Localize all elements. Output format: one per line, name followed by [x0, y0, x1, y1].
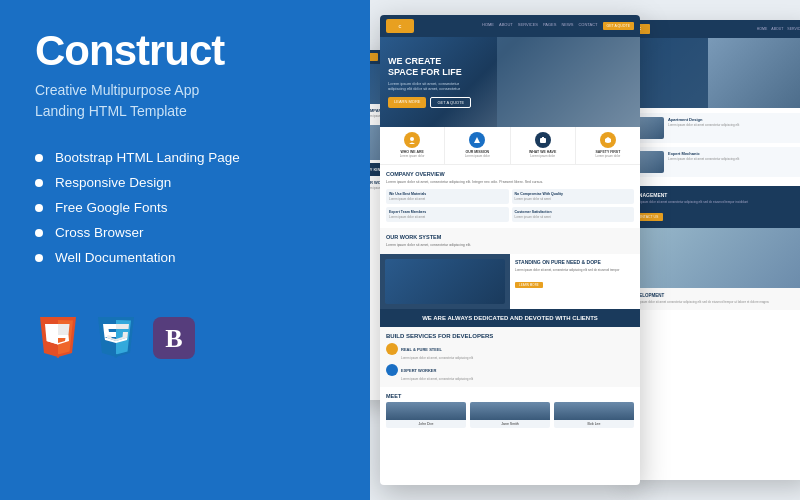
brand-subtitle: Creative Multipurpose App Landing HTML T… [35, 80, 335, 122]
mp-icon-circle-safety [600, 132, 616, 148]
mp-icon-safety: SAFETY FIRST Lorem ipsum dolor [576, 127, 640, 164]
mp-build-service-2: EXPERT WORKER [401, 368, 436, 373]
mp-overview-card: No Compromise With Quality Lorem ipsum d… [512, 189, 635, 204]
mp-hero-text: WE CREATESPACE FOR LIFE Lorem ipsum dolo… [388, 56, 471, 108]
mp-logo-text: C [399, 24, 402, 29]
mp-split-left-img [380, 254, 510, 309]
features-list: Bootstrap HTML Landing Page Responsive D… [35, 150, 335, 275]
mp-overview-card: We Use Best Materials Lorem ipsum dolor … [386, 189, 509, 204]
mp-icon-circle-who [404, 132, 420, 148]
mp-hero-title: WE CREATESPACE FOR LIFE [388, 56, 471, 78]
svg-text:B: B [165, 324, 182, 353]
mp-icon-mission: OUR MISSION Lorem ipsum dolor [445, 127, 510, 164]
list-item: Cross Browser [35, 225, 335, 240]
rp-card-text: Lorem ipsum dolor sit amet consectetur a… [668, 123, 739, 127]
list-item: Free Google Fonts [35, 200, 335, 215]
mp-build-service-1: REAL & PURE STEEL [401, 347, 442, 352]
mp-hero-btns: LEARN MORE GET A QUOTE [388, 97, 471, 108]
mp-team-card: John Doe [386, 402, 466, 428]
svg-marker-16 [474, 137, 480, 143]
rp-card-text-2: Lorem ipsum dolor sit amet consectetur a… [668, 157, 739, 161]
lp-logo [370, 53, 378, 61]
svg-marker-9 [116, 324, 129, 329]
rp-card-content: Expert Mechanic Lorem ipsum dolor sit am… [668, 151, 739, 161]
rp-nav-link: ABOUT [771, 27, 783, 31]
mp-team-photo [470, 402, 550, 420]
rp-navbar: C HOME ABOUT SERVICES [625, 20, 800, 38]
mp-split-right-content: STANDING ON PURE NEED & DOPE Lorem ipsum… [510, 254, 640, 309]
rp-nav-link: SERVICES [787, 27, 800, 31]
mp-overview-card: Expert Team Members Lorem ipsum dolor si… [386, 207, 509, 222]
mp-meet-title: MEET [386, 393, 634, 399]
rp-card-content: Apartment Design Lorem ipsum dolor sit a… [668, 117, 739, 127]
rp-nav-link: HOME [757, 27, 768, 31]
mp-build-item: REAL & PURE STEEL [386, 343, 634, 355]
rp-hero-img [708, 38, 800, 108]
rp-card-title: Apartment Design [668, 117, 739, 122]
rp-hero [625, 38, 800, 108]
mp-nav-link: SERVICES [518, 22, 538, 30]
preview-right: C HOME ABOUT SERVICES Apartment Design L… [625, 20, 800, 480]
bootstrap-badge: B [151, 315, 197, 361]
mp-hero-desc: Lorem ipsum dolor sit amet, consectetura… [388, 81, 471, 92]
mp-meet-section: MEET John Doe Jane Smith Bob Lee [380, 387, 640, 434]
bullet-icon [35, 229, 43, 237]
bullet-icon [35, 204, 43, 212]
mp-icon-desc-have: Lorem ipsum dolor [513, 155, 573, 159]
mp-team-photo [554, 402, 634, 420]
rp-blue-text: Lorem ipsum dolor sit amet consectetur a… [631, 200, 800, 204]
mp-icon-have: WHAT WE HAVE Lorem ipsum dolor [511, 127, 576, 164]
css3-badge: 3 [93, 315, 139, 361]
mp-team-name: Bob Lee [554, 420, 634, 428]
rp-card: Expert Mechanic Lorem ipsum dolor sit am… [630, 147, 800, 177]
mp-split-text: Lorem ipsum dolor sit amet, consectetur … [515, 268, 635, 272]
mp-nav-link: NEWS [561, 22, 573, 30]
mp-split-title: STANDING ON PURE NEED & DOPE [515, 259, 635, 266]
mp-work-system: OUR WORK SYSTEM Lorem ipsum dolor sit am… [380, 228, 640, 254]
mp-team-name: Jane Smith [470, 420, 550, 428]
mp-build-services: BUILD SERVICES FOR DEVELOPERS REAL & PUR… [380, 327, 640, 387]
mp-icon-circle-mission [469, 132, 485, 148]
mp-work-system-text: Lorem ipsum dolor sit amet, consectetur … [386, 243, 634, 248]
mp-dedicated-text: We Are Always Dedicated And Devoted With… [386, 315, 634, 321]
rp-footer-section: DEVELOPMENT Lorem ipsum dolor sit amet c… [625, 288, 800, 310]
mp-hero: WE CREATESPACE FOR LIFE Lorem ipsum dolo… [380, 37, 640, 127]
mp-team-card: Jane Smith [470, 402, 550, 428]
mp-icon-who: WHO WE ARE Lorem ipsum dolor [380, 127, 445, 164]
list-item: Well Documentation [35, 250, 335, 265]
mp-navbar: C HOME ABOUT SERVICES PAGES NEWS CONTACT… [380, 15, 640, 37]
rp-blue-title: MANAGEMENT [631, 192, 800, 198]
mp-nav-links: HOME ABOUT SERVICES PAGES NEWS CONTACT G… [482, 22, 634, 30]
mp-quote-btn: GET A QUOTE [603, 22, 634, 30]
mp-logo: C [386, 19, 414, 33]
brand-title: Construct [35, 30, 335, 72]
svg-text:5: 5 [57, 353, 60, 359]
left-panel: Construct Creative Multipurpose App Land… [0, 0, 370, 500]
mp-team-name: John Doe [386, 420, 466, 428]
right-panel: COMPANY OVERVIEW Lorem ipsum dolor sit a… [370, 0, 800, 500]
mp-split-btn: LEARN MORE [515, 282, 543, 288]
svg-marker-3 [58, 324, 70, 335]
mp-icon-circle-have [535, 132, 551, 148]
mp-icon-desc-mission: Lorem ipsum dolor [447, 155, 507, 159]
rp-footer-text: Lorem ipsum dolor sit amet consectetur a… [630, 300, 800, 305]
mp-icon-desc-safety: Lorem ipsum dolor [578, 155, 638, 159]
svg-text:3: 3 [115, 353, 118, 359]
mp-build-service-1-text: Lorem ipsum dolor sit amet, consectetur … [401, 356, 634, 360]
mp-build-title: BUILD SERVICES FOR DEVELOPERS [386, 333, 634, 339]
mp-nav-link: CONTACT [578, 22, 597, 30]
mp-team-photo [386, 402, 466, 420]
html5-badge: 5 [35, 315, 81, 361]
rp-blue-section: MANAGEMENT Lorem ipsum dolor sit amet co… [625, 186, 800, 228]
rp-card: Apartment Design Lorem ipsum dolor sit a… [630, 113, 800, 143]
mp-hero-overlay [497, 37, 640, 127]
list-item: Bootstrap HTML Landing Page [35, 150, 335, 165]
mp-build-item-2: EXPERT WORKER [386, 364, 634, 376]
mp-icons-row: WHO WE ARE Lorem ipsum dolor OUR MISSION… [380, 127, 640, 165]
bullet-icon [35, 254, 43, 262]
tech-badges: 5 3 B [35, 315, 335, 361]
mp-dedicated: We Are Always Dedicated And Devoted With… [380, 309, 640, 327]
mp-get-quote-btn: GET A QUOTE [430, 97, 471, 108]
rp-bridge-section [625, 228, 800, 288]
mp-team-row: John Doe Jane Smith Bob Lee [386, 402, 634, 428]
